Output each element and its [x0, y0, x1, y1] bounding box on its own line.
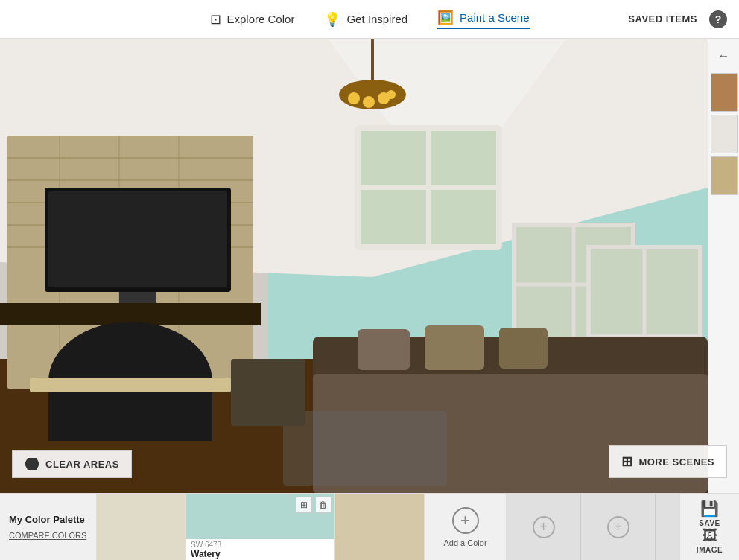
scenes-icon: ⊞ — [621, 454, 633, 470]
swatch-color-1 — [97, 494, 185, 560]
side-swatch-tan[interactable] — [711, 73, 738, 112]
side-swatch-beige[interactable] — [711, 156, 738, 195]
swatch-item-3[interactable] — [335, 494, 425, 560]
svg-rect-21 — [119, 292, 156, 303]
swatch-delete-button[interactable]: 🗑 — [315, 497, 332, 513]
clear-areas-button[interactable]: CLEAR AREAS — [12, 450, 132, 478]
header: ⊡ Explore Color 💡 Get Inspired 🖼️ Paint … — [0, 0, 739, 39]
svg-rect-20 — [48, 191, 227, 287]
main-nav: ⊡ Explore Color 💡 Get Inspired 🖼️ Paint … — [210, 10, 530, 29]
clear-areas-label: CLEAR AREAS — [45, 459, 119, 470]
palette-bar: My Color Palette COMPARE COLORS ⊞ 🗑 SW 6… — [0, 493, 739, 560]
svg-rect-40 — [425, 325, 484, 370]
save-icon: 💾 — [700, 500, 719, 518]
more-scenes-label: MORE SCENES — [638, 456, 714, 468]
swatch-code-watery: SW 6478 — [191, 541, 330, 549]
swatch-name-watery: Watery — [191, 549, 330, 559]
svg-point-24 — [348, 92, 360, 104]
swatch-grid-button[interactable]: ⊞ — [296, 497, 312, 513]
save-label: SAVE — [699, 519, 720, 527]
paint-a-scene-label: Paint a Scene — [460, 11, 529, 24]
palette-right-actions: 💾 SAVE 🖼 IMAGE — [679, 494, 739, 560]
svg-rect-39 — [358, 329, 410, 370]
empty-swatch-2[interactable]: + — [581, 494, 656, 560]
swatch-color-watery: ⊞ 🗑 — [186, 494, 334, 539]
empty-swatch-1[interactable]: + — [507, 494, 581, 560]
nav-explore-color[interactable]: ⊡ Explore Color — [210, 11, 295, 28]
swatch-info-watery: SW 6478 Watery — [186, 539, 334, 560]
side-panel: ← — [708, 39, 739, 493]
swatch-actions-watery: ⊞ 🗑 — [296, 497, 332, 513]
add-color-icon: + — [452, 507, 479, 534]
paint-a-scene-icon: 🖼️ — [437, 10, 454, 26]
header-right: SAVED ITEMS ? — [628, 10, 727, 28]
explore-color-icon: ⊡ — [210, 11, 221, 28]
svg-point-27 — [387, 90, 396, 99]
more-scenes-button[interactable]: ⊞ MORE SCENES — [609, 445, 727, 478]
explore-color-label: Explore Color — [227, 13, 295, 25]
palette-title: My Color Palette — [9, 514, 87, 526]
palette-label-area: My Color Palette COMPARE COLORS — [0, 494, 97, 560]
add-color-item[interactable]: + Add a Color — [425, 494, 507, 560]
eraser-icon — [25, 458, 39, 470]
get-inspired-label: Get Inspired — [346, 13, 407, 25]
svg-point-25 — [363, 96, 375, 108]
nav-paint-a-scene[interactable]: 🖼️ Paint a Scene — [437, 10, 529, 29]
swatch-color-3 — [335, 494, 424, 560]
compare-colors-button[interactable]: COMPARE COLORS — [9, 531, 87, 540]
swatch-item-1[interactable] — [97, 494, 186, 560]
empty-plus-2: + — [607, 516, 629, 538]
scene-photo[interactable] — [0, 39, 708, 493]
svg-rect-18 — [30, 378, 231, 392]
svg-rect-41 — [499, 328, 548, 369]
image-label: IMAGE — [697, 546, 723, 554]
get-inspired-icon: 💡 — [324, 11, 340, 28]
add-color-label: Add a Color — [443, 538, 486, 547]
svg-rect-43 — [231, 359, 305, 426]
image-icon: 🖼 — [702, 527, 717, 544]
palette-swatches: ⊞ 🗑 SW 6478 Watery + Add a Color + + — [97, 494, 679, 560]
help-button[interactable]: ? — [709, 10, 727, 28]
back-arrow-button[interactable]: ← — [713, 45, 735, 67]
scene-container: ← CLEAR AREAS ⊞ MORE SCENES — [0, 39, 739, 493]
image-button[interactable]: 🖼 IMAGE — [697, 527, 723, 554]
save-button[interactable]: 💾 SAVE — [699, 500, 720, 527]
svg-rect-42 — [283, 411, 447, 486]
nav-get-inspired[interactable]: 💡 Get Inspired — [324, 11, 407, 28]
empty-plus-1: + — [533, 516, 555, 538]
empty-swatch-3[interactable]: + — [656, 494, 679, 560]
side-swatch-light-gray[interactable] — [711, 115, 738, 153]
saved-items-button[interactable]: SAVED ITEMS — [628, 13, 697, 25]
swatch-item-watery[interactable]: ⊞ 🗑 SW 6478 Watery — [186, 494, 335, 560]
